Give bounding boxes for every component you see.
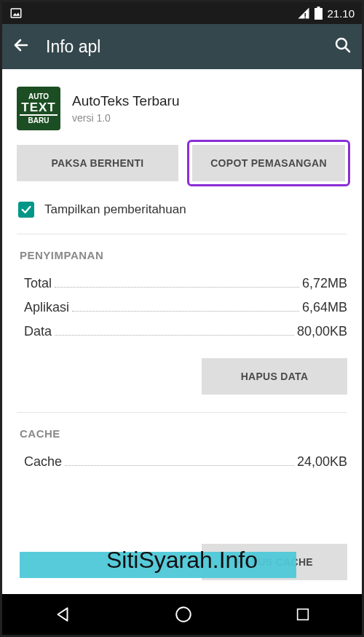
row-value: 6,64MB	[302, 300, 347, 315]
cache-row: Cache 24,00KB	[17, 450, 347, 474]
status-time: 21.10	[327, 7, 355, 20]
app-icon-line3: BARU	[28, 116, 50, 124]
row-value: 24,00KB	[297, 454, 347, 470]
svg-rect-4	[305, 17, 306, 19]
row-value: 80,00KB	[297, 324, 347, 339]
status-bar: 21.10	[2, 2, 362, 24]
svg-marker-2	[298, 8, 309, 19]
row-label: Data	[24, 324, 52, 339]
svg-marker-10	[58, 608, 68, 620]
app-header: AUTO TEXT BARU AutoTeks Terbaru versi 1.…	[17, 69, 347, 145]
force-stop-button[interactable]: PAKSA BERHENTI	[17, 145, 178, 181]
nav-back-icon[interactable]	[53, 605, 72, 624]
image-icon	[9, 7, 23, 20]
app-icon-line2: TEXT	[20, 101, 57, 116]
svg-rect-5	[314, 8, 323, 20]
search-icon[interactable]	[334, 36, 352, 57]
storage-row: Aplikasi 6,64MB	[17, 296, 347, 320]
storage-section-title: PENYIMPANAN	[17, 242, 347, 272]
signal-icon	[297, 7, 310, 20]
app-name: AutoTeks Terbaru	[72, 93, 180, 109]
show-notifications-label: Tampilkan pemberitahuan	[44, 202, 186, 217]
row-label: Total	[24, 276, 52, 291]
svg-rect-6	[317, 7, 320, 8]
checkbox-icon[interactable]	[18, 202, 34, 218]
storage-row: Data 80,00KB	[17, 320, 347, 344]
app-bar: Info apl	[2, 24, 362, 69]
row-label: Cache	[24, 454, 62, 470]
app-icon-line1: AUTO	[28, 92, 49, 100]
battery-icon	[314, 7, 323, 20]
svg-rect-0	[11, 9, 21, 17]
page-title: Info apl	[46, 37, 318, 57]
back-icon[interactable]	[12, 36, 30, 57]
svg-rect-12	[298, 609, 309, 620]
storage-row: Total 6,72MB	[17, 272, 347, 296]
svg-line-9	[345, 47, 349, 52]
svg-marker-1	[13, 12, 20, 16]
svg-point-11	[176, 607, 191, 622]
nav-home-icon[interactable]	[174, 605, 193, 624]
app-version: versi 1.0	[72, 112, 180, 124]
watermark-text: SitiSyarah.Info	[2, 547, 362, 574]
nav-recent-icon[interactable]	[295, 606, 311, 622]
show-notifications-row[interactable]: Tampilkan pemberitahuan	[17, 194, 347, 234]
cache-section-title: CACHE	[17, 420, 347, 450]
uninstall-button[interactable]: COPOT PEMASANGAN	[192, 145, 345, 181]
app-icon: AUTO TEXT BARU	[17, 87, 60, 130]
row-value: 6,72MB	[302, 276, 347, 291]
row-label: Aplikasi	[24, 300, 69, 315]
nav-bar	[2, 594, 362, 635]
uninstall-highlight: COPOT PEMASANGAN	[187, 140, 350, 186]
clear-data-button[interactable]: HAPUS DATA	[202, 358, 347, 395]
svg-rect-3	[305, 13, 306, 17]
